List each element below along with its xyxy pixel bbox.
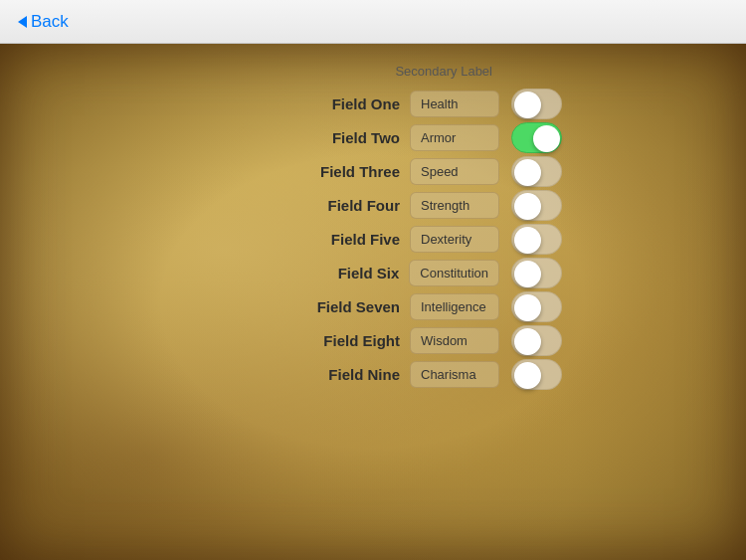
toggle-4[interactable]: [511, 190, 562, 221]
toggle-5[interactable]: [511, 224, 562, 255]
field-label-7: Field Seven: [290, 298, 400, 315]
toggle-thumb-7: [514, 294, 541, 321]
field-label-2: Field Two: [290, 129, 400, 146]
secondary-value-9: Charisma: [410, 361, 499, 388]
field-label-6: Field Six: [289, 265, 399, 281]
toggle-thumb-9: [514, 362, 541, 389]
toggle-2[interactable]: [511, 122, 562, 153]
table-row: Field EightWisdom: [184, 325, 562, 356]
table-row: Field FourStrength: [184, 190, 562, 221]
toggle-1[interactable]: [511, 89, 562, 119]
toggle-7[interactable]: [511, 291, 562, 322]
toggle-9[interactable]: [511, 359, 562, 390]
back-chevron-icon: [18, 16, 27, 28]
form-container: Secondary Label Field OneHealthField Two…: [184, 64, 562, 393]
secondary-label-header: Secondary Label: [184, 64, 562, 79]
table-row: Field OneHealth: [184, 89, 562, 119]
secondary-value-4: Strength: [410, 192, 499, 219]
navigation-bar: Back: [0, 0, 746, 44]
table-row: Field ThreeSpeed: [184, 156, 562, 187]
field-label-9: Field Nine: [290, 366, 400, 383]
secondary-value-2: Armor: [410, 124, 499, 151]
table-row: Field FiveDexterity: [184, 224, 562, 255]
toggle-thumb-5: [514, 227, 541, 254]
field-label-5: Field Five: [290, 231, 400, 248]
secondary-value-7: Intelligence: [410, 293, 499, 320]
secondary-value-8: Wisdom: [410, 327, 499, 354]
fields-list: Field OneHealthField TwoArmorField Three…: [184, 89, 562, 390]
toggle-8[interactable]: [511, 325, 562, 356]
toggle-thumb-2: [533, 125, 560, 152]
toggle-thumb-3: [514, 159, 541, 186]
toggle-3[interactable]: [511, 156, 562, 187]
table-row: Field SixConstitution: [184, 258, 562, 288]
field-label-8: Field Eight: [290, 332, 400, 349]
toggle-thumb-8: [514, 328, 541, 355]
toggle-6[interactable]: [511, 258, 562, 288]
content-area: Secondary Label Field OneHealthField Two…: [0, 44, 746, 560]
back-button[interactable]: Back: [10, 6, 77, 38]
toggle-thumb-4: [514, 193, 541, 220]
secondary-label-text: Secondary Label: [395, 64, 492, 79]
field-label-3: Field Three: [290, 163, 400, 180]
toggle-thumb-1: [514, 92, 541, 118]
secondary-value-5: Dexterity: [410, 226, 499, 253]
secondary-value-3: Speed: [410, 158, 499, 185]
secondary-value-6: Constitution: [409, 260, 499, 286]
table-row: Field NineCharisma: [184, 359, 562, 390]
toggle-thumb-6: [514, 261, 541, 287]
table-row: Field TwoArmor: [184, 122, 562, 153]
table-row: Field SevenIntelligence: [184, 291, 562, 322]
back-label: Back: [31, 12, 69, 32]
secondary-value-1: Health: [410, 91, 499, 117]
field-label-4: Field Four: [290, 197, 400, 214]
field-label-1: Field One: [290, 95, 400, 112]
